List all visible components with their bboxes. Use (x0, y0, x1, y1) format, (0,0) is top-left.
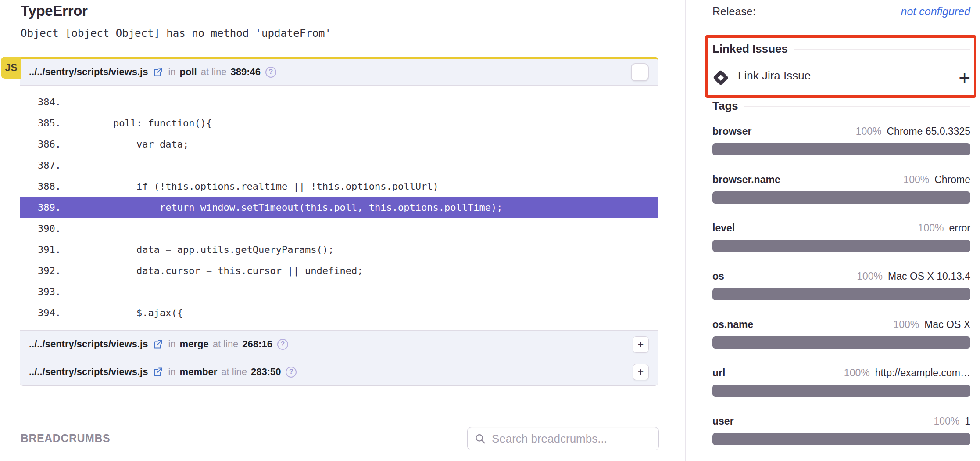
tag-stats: 100%Chrome 65.0.3325 (856, 126, 970, 137)
code-line: 384. (20, 91, 658, 112)
stack-frame-member: ../../sentry/scripts/views.jsinmemberat … (20, 358, 658, 385)
expand-frame-button[interactable]: + (633, 364, 649, 380)
tag-key: os.name (712, 319, 753, 331)
linked-issues-header: Linked Issues (712, 42, 970, 56)
tag-distribution-bar (712, 143, 970, 155)
tag-head: os100%Mac OS X 10.13.4 (712, 270, 970, 282)
frame-location: 283:50 (251, 366, 281, 378)
code-line: 390. (20, 218, 658, 239)
collapse-frame-button[interactable]: − (631, 63, 649, 81)
frame-function: member (180, 366, 218, 378)
frame-at-line-label: at line (221, 366, 247, 378)
tags-title: Tags (712, 99, 738, 113)
external-link-icon[interactable] (153, 67, 163, 77)
tag-key: level (712, 222, 735, 234)
link-jira-issue-link[interactable]: Link Jira Issue (738, 69, 811, 86)
jira-icon (712, 69, 729, 86)
tag-head: browser.name100%Chrome (712, 174, 970, 186)
tags-divider (744, 106, 970, 107)
code-line-number: 386. (38, 139, 67, 150)
tag-percent: 100% (903, 174, 929, 186)
code-line-source: var data; (67, 139, 189, 150)
breadcrumbs-search-input[interactable] (491, 432, 652, 446)
tag-row-os: os100%Mac OS X 10.13.4 (712, 270, 970, 319)
tag-distribution-bar (712, 191, 970, 204)
tag-head: level100%error (712, 222, 970, 234)
tag-head: url100%http://example.com… (712, 367, 970, 379)
external-link-icon[interactable] (153, 367, 163, 377)
help-icon[interactable]: ? (286, 367, 297, 378)
tags-list: browser100%Chrome 65.0.3325browser.name1… (712, 126, 970, 461)
frame-filename: ../../sentry/scripts/views.js (29, 366, 148, 378)
tag-stats: 100%Chrome (903, 174, 970, 186)
tag-row-user: user100%1 (712, 415, 970, 461)
error-message: Object [object Object] has no method 'up… (21, 27, 331, 40)
release-label: Release: (712, 5, 756, 18)
breadcrumbs-search-box[interactable] (467, 427, 659, 450)
source-code-block: 384.385. poll: function(){386. var data;… (20, 86, 658, 330)
tag-distribution-bar (712, 385, 970, 397)
tag-percent: 100% (918, 222, 944, 234)
tags-header: Tags (712, 99, 970, 113)
frame-function: poll (180, 66, 197, 78)
code-line: 392. data.cursor = this.cursor || undefi… (20, 260, 658, 281)
code-line-number: 393. (38, 286, 67, 297)
frame-filename: ../../sentry/scripts/views.js (29, 339, 148, 350)
frame-in-label: in (168, 66, 175, 78)
help-icon[interactable]: ? (277, 339, 288, 350)
tag-value: 1 (965, 415, 970, 427)
search-icon (474, 432, 486, 445)
stacktrace-container: JS ../../sentry/scripts/views.jsinpollat… (20, 57, 658, 386)
exception-panel: TypeError Object [object Object] has no … (0, 0, 686, 461)
code-line-number: 385. (38, 118, 67, 129)
code-line-number: 384. (38, 97, 67, 108)
frame-location: 268:16 (242, 339, 272, 350)
tag-percent: 100% (934, 415, 959, 427)
frame-at-line-label: at line (213, 339, 239, 350)
code-line-source: if (!this.options.realtime || !this.opti… (67, 181, 439, 192)
tag-distribution-bar (712, 336, 970, 349)
tag-distribution-bar (712, 240, 970, 252)
error-type-title: TypeError (21, 3, 88, 19)
tag-head: os.name100%Mac OS X (712, 319, 970, 331)
tag-row-url: url100%http://example.com… (712, 367, 970, 415)
tag-head: user100%1 (712, 415, 970, 427)
expand-frame-button[interactable]: + (633, 336, 649, 353)
stack-frame-poll: ../../sentry/scripts/views.jsinpollat li… (20, 59, 658, 86)
tag-value: Chrome 65.0.3325 (887, 126, 970, 137)
add-linked-issue-button[interactable]: + (959, 70, 970, 86)
tag-value: Mac OS X 10.13.4 (888, 270, 970, 282)
code-line-number: 389. (38, 202, 67, 213)
issue-sidebar: Release: not configured Linked Issues Li… (686, 0, 980, 461)
code-line: 391. data = app.utils.getQueryParams(); (20, 239, 658, 260)
tag-key: browser (712, 126, 751, 137)
code-line-source: data.cursor = this.cursor || undefined; (67, 265, 363, 276)
tag-key: os (712, 270, 724, 282)
tag-value: error (949, 222, 970, 234)
tag-row-level: level100%error (712, 222, 970, 270)
tag-distribution-bar (712, 433, 970, 445)
tag-value: Chrome (934, 174, 970, 186)
frame-in-label: in (168, 339, 175, 350)
external-link-icon[interactable] (153, 339, 163, 349)
release-not-configured-link[interactable]: not configured (901, 5, 970, 18)
section-divider (0, 407, 686, 407)
tag-stats: 100%1 (934, 415, 970, 427)
code-line-number: 388. (38, 181, 67, 192)
tag-percent: 100% (893, 319, 919, 331)
tag-row-browser.name: browser.name100%Chrome (712, 174, 970, 222)
code-line-number: 392. (38, 265, 67, 276)
breadcrumbs-heading: BREADCRUMBS (21, 432, 110, 445)
frame-in-label: in (168, 366, 175, 378)
tag-row-os.name: os.name100%Mac OS X (712, 319, 970, 367)
code-line-source: $.ajax({ (67, 307, 183, 318)
release-row: Release: not configured (712, 5, 970, 18)
code-line: 387. (20, 155, 658, 176)
code-line: 388. if (!this.options.realtime || !this… (20, 176, 658, 197)
code-line: 394. $.ajax({ (20, 302, 658, 323)
help-icon[interactable]: ? (265, 67, 276, 78)
tag-stats: 100%Mac OS X (893, 319, 970, 331)
frame-function: merge (180, 339, 209, 350)
tag-percent: 100% (856, 126, 882, 137)
tag-stats: 100%error (918, 222, 970, 234)
